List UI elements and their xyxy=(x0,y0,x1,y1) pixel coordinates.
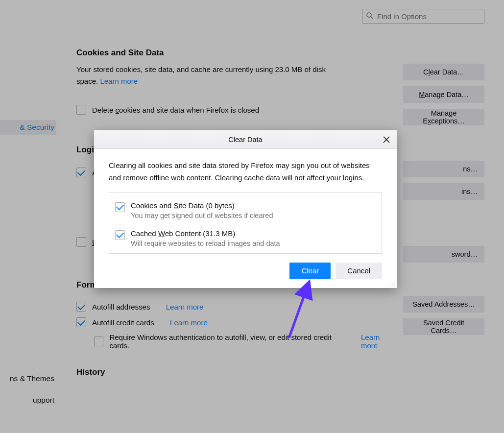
close-icon[interactable] xyxy=(379,132,394,147)
sidebar-item-security[interactable]: & Security xyxy=(0,120,56,135)
clear-button[interactable]: Clear xyxy=(289,263,331,279)
cookies-sitedata-checkbox[interactable] xyxy=(115,202,125,212)
manage-exceptions-button[interactable]: Manage Exceptions… xyxy=(403,109,484,125)
clear-data-button[interactable]: Clear Data… xyxy=(403,64,484,80)
learn-more-link[interactable]: Learn more xyxy=(361,333,397,350)
section-title-history: History xyxy=(76,367,484,377)
svg-point-0 xyxy=(367,13,371,17)
resize-grip-icon[interactable] xyxy=(390,281,396,287)
cached-web-sub: Will require websites to reload images a… xyxy=(131,240,280,247)
dialog-title: Clear Data xyxy=(94,130,397,149)
saved-addresses-button[interactable]: Saved Addresses… xyxy=(403,296,484,313)
logins-btn-1[interactable]: ns… xyxy=(403,161,484,177)
delete-on-close-checkbox[interactable] xyxy=(76,105,86,115)
svg-point-4 xyxy=(394,282,395,283)
use-master-password-checkbox[interactable] xyxy=(76,237,86,247)
cookies-usage-text: Your stored cookies, site data, and cach… xyxy=(76,64,331,87)
search-icon xyxy=(366,12,374,20)
logins-btn-2[interactable]: ins… xyxy=(403,183,484,200)
svg-point-8 xyxy=(392,286,393,287)
dialog-description: Clearing all cookies and site data store… xyxy=(109,160,382,184)
saved-creditcards-button[interactable]: Saved Credit Cards… xyxy=(403,318,484,335)
ask-save-logins-checkbox[interactable] xyxy=(76,168,86,177)
search-box xyxy=(362,9,484,24)
dialog-options-box: Cookies and Site Data (0 bytes) You may … xyxy=(109,192,382,254)
svg-point-9 xyxy=(394,286,395,287)
svg-point-7 xyxy=(390,286,391,287)
manage-data-button[interactable]: Manage Data… xyxy=(403,86,484,103)
require-winauth-checkbox[interactable] xyxy=(94,337,103,346)
autofill-cc-checkbox[interactable] xyxy=(76,317,86,327)
sidebar-item-themes[interactable]: ns & Themes xyxy=(0,371,56,386)
require-winauth-label: Require Windows authentication to autofi… xyxy=(109,333,345,350)
svg-point-6 xyxy=(394,284,395,285)
section-title-cookies: Cookies and Site Data xyxy=(76,48,484,58)
autofill-cc-label: Autofill credit cards xyxy=(92,318,154,327)
cookies-sitedata-sub: You may get signed out of websites if cl… xyxy=(131,212,273,219)
learn-more-link[interactable]: Learn more xyxy=(170,318,208,327)
cancel-button[interactable]: Cancel xyxy=(336,263,382,279)
clear-data-dialog: Clear Data Clearing all cookies and site… xyxy=(94,130,397,288)
autofill-addresses-label: Autofill addresses xyxy=(92,303,150,311)
sidebar-item-support[interactable]: upport xyxy=(0,393,56,408)
search-input[interactable] xyxy=(362,9,484,24)
svg-point-5 xyxy=(392,284,393,285)
sidebar: & Security ns & Themes upport xyxy=(0,0,56,433)
change-master-password-button[interactable]: sword… xyxy=(403,246,484,263)
cached-web-label: Cached Web Content (31.3 MB) xyxy=(131,229,280,238)
cached-web-checkbox[interactable] xyxy=(115,230,125,240)
learn-more-link[interactable]: Learn more xyxy=(100,77,138,85)
cookies-sitedata-label: Cookies and Site Data (0 bytes) xyxy=(131,201,273,210)
delete-on-close-label: Delete cookies and site data when Firefo… xyxy=(92,106,259,114)
autofill-addresses-checkbox[interactable] xyxy=(76,302,86,312)
learn-more-link[interactable]: Learn more xyxy=(166,303,204,311)
svg-line-1 xyxy=(371,17,373,19)
